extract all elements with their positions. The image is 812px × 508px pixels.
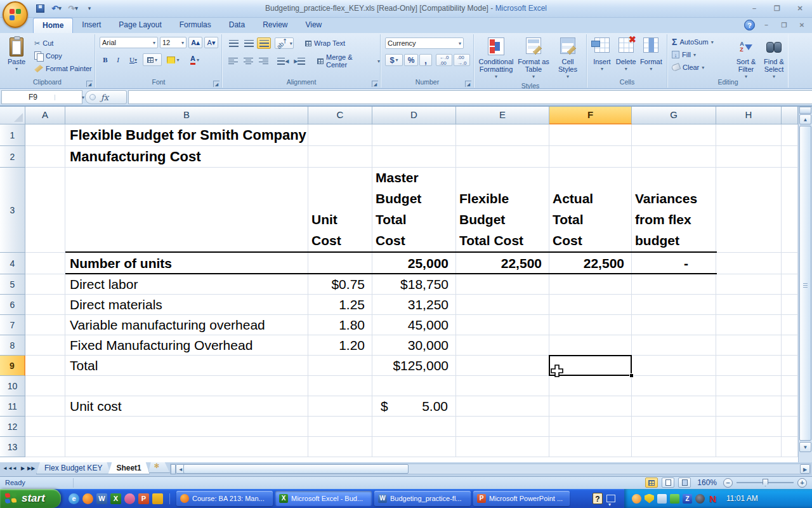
cell-H5[interactable] (716, 274, 782, 295)
cell-E8[interactable] (456, 335, 549, 356)
cell-H7[interactable] (716, 315, 782, 335)
cell-D12[interactable] (372, 417, 456, 437)
first-sheet-button[interactable]: ◄◄ (3, 464, 10, 473)
cell-F5[interactable] (549, 274, 632, 295)
cell-E7[interactable] (456, 315, 549, 335)
decrease-decimal-button[interactable]: .00→.0 (454, 54, 470, 66)
cell-x9[interactable] (782, 356, 798, 376)
top-align-button[interactable] (226, 37, 240, 49)
font-dialog-launcher[interactable]: ◢ (213, 81, 219, 87)
cell-x12[interactable] (782, 417, 798, 437)
cell-value-B5[interactable]: Direct labor (65, 274, 308, 295)
cell-value-C6[interactable]: 1.25 (308, 295, 372, 315)
row-header-7[interactable]: 7 (0, 315, 25, 335)
cell-value-D3[interactable]: Master Budget Total Cost (372, 168, 456, 253)
cell-D13[interactable] (372, 437, 456, 457)
column-header-G[interactable]: G (632, 107, 716, 124)
cell-value-C3[interactable]: Unit Cost (308, 168, 372, 253)
cell-value-B2[interactable]: Manufacturing Cost (65, 146, 308, 168)
taskbar-button-4[interactable]: PMicrosoft PowerPoint ... (473, 491, 570, 506)
copy-button[interactable]: Copy (33, 50, 92, 62)
cell-E5[interactable] (456, 274, 549, 295)
cell-A12[interactable] (25, 417, 65, 437)
clipboard-dialog-launcher[interactable]: ◢ (86, 81, 93, 87)
cell-value-G3[interactable]: Variances from flex budget (632, 168, 716, 253)
row-header-1[interactable]: 1 (0, 124, 25, 146)
cell-x8[interactable] (782, 335, 798, 356)
minimize-button[interactable]: – (746, 3, 763, 13)
align-left-button[interactable] (226, 55, 240, 67)
alignment-dialog-launcher[interactable]: ◢ (372, 81, 378, 87)
scroll-right-button[interactable]: ▶ (800, 464, 810, 474)
sort-filter-button[interactable]: AZ Sort & Filter▾ (733, 36, 759, 81)
excel-icon[interactable]: X (110, 493, 121, 504)
powerpoint-icon[interactable]: P (138, 493, 149, 504)
name-box[interactable]: F9▾ (1, 90, 82, 104)
format-painter-button[interactable]: Format Painter (33, 62, 92, 75)
tray-volume-icon[interactable] (695, 494, 705, 504)
cell-A2[interactable] (25, 146, 65, 168)
ribbon-tab-home[interactable]: Home (33, 18, 73, 33)
cell-A5[interactable] (25, 274, 65, 295)
cell-B12[interactable] (65, 417, 308, 437)
cell-A10[interactable] (25, 376, 65, 396)
zoom-in-button[interactable]: + (797, 478, 807, 488)
conditional-formatting-button[interactable]: Conditional Formatting▾ (477, 36, 515, 81)
merge-center-button[interactable]: Merge & Center▾ (316, 55, 380, 67)
cell-F11[interactable] (549, 396, 632, 417)
row-header-6[interactable]: 6 (0, 295, 25, 315)
row-header-9[interactable]: 9 (0, 356, 25, 376)
cell-x5[interactable] (782, 274, 798, 295)
cell-x10[interactable] (782, 376, 798, 396)
row-header-5[interactable]: 5 (0, 274, 25, 295)
fill-button[interactable]: ↓Fill▾ (671, 48, 714, 61)
cell-C13[interactable] (308, 437, 372, 457)
column-header-C[interactable]: C (308, 107, 372, 124)
cell-x4[interactable] (782, 253, 798, 274)
cell-styles-button[interactable]: Cell Styles▾ (552, 36, 584, 81)
cell-value-B9[interactable]: Total (65, 356, 308, 376)
insert-worksheet-button[interactable] (148, 462, 170, 473)
cell-F8[interactable] (549, 335, 632, 356)
cell-A13[interactable] (25, 437, 65, 457)
help-button[interactable]: ? (744, 20, 755, 30)
ribbon-tab-data[interactable]: Data (220, 18, 254, 33)
cell-G2[interactable] (632, 146, 716, 168)
percent-style-button[interactable]: % (404, 54, 418, 66)
mail-icon[interactable] (152, 493, 163, 504)
cell-A7[interactable] (25, 315, 65, 335)
autosum-button[interactable]: ΣAutoSum▾ (671, 36, 714, 48)
grow-font-button[interactable]: A▴ (188, 37, 202, 48)
insert-function-button[interactable]: ƒx (85, 90, 127, 104)
align-right-button[interactable] (257, 55, 271, 67)
cell-B10[interactable] (65, 376, 308, 396)
cell-E1[interactable] (456, 124, 549, 146)
cell-value-D9[interactable]: $125,000 (372, 356, 456, 376)
cell-x11[interactable] (782, 396, 798, 417)
cell-value-E4[interactable]: 22,500 (456, 253, 549, 274)
row-header-11[interactable]: 11 (0, 396, 25, 417)
firefox-icon[interactable] (82, 493, 93, 504)
clear-button[interactable]: Clear▾ (671, 61, 714, 74)
cell-F10[interactable] (549, 376, 632, 396)
cell-x7[interactable] (782, 315, 798, 335)
shrink-font-button[interactable]: A▾ (204, 37, 218, 48)
cell-F6[interactable] (549, 295, 632, 315)
cell-H1[interactable] (716, 124, 782, 146)
close-button[interactable]: ✕ (792, 3, 808, 13)
cell-A3[interactable] (25, 168, 65, 253)
vertical-scroll-thumb[interactable] (799, 126, 811, 441)
borders-button[interactable]: ▾ (143, 53, 162, 66)
tray-shield-icon[interactable] (645, 494, 654, 504)
wrap-text-button[interactable]: Wrap Text (304, 37, 345, 50)
key-icon[interactable] (124, 493, 135, 504)
cell-C2[interactable] (308, 146, 372, 168)
cut-button[interactable]: ✂Cut (33, 37, 92, 50)
cell-C4[interactable] (308, 253, 372, 274)
cell-x6[interactable] (782, 295, 798, 315)
cell-A8[interactable] (25, 335, 65, 356)
bottom-align-button[interactable] (257, 37, 271, 49)
cell-E11[interactable] (456, 396, 549, 417)
scroll-down-button[interactable]: ▼ (799, 442, 811, 452)
cell-C12[interactable] (308, 417, 372, 437)
